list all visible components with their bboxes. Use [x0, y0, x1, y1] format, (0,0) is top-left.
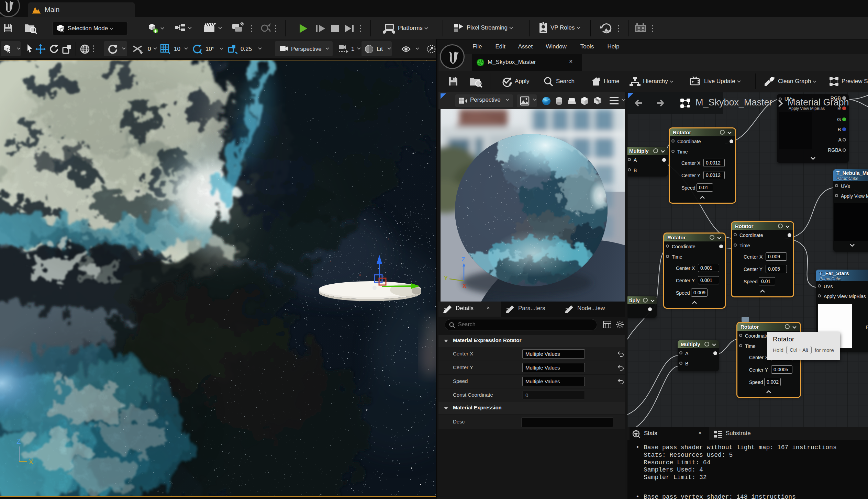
svg-text:Z: Z: [462, 257, 465, 262]
svg-text:X: X: [463, 283, 466, 289]
svg-text:Z: Z: [16, 438, 21, 445]
svg-text:Y: Y: [444, 275, 448, 281]
svg-text:X: X: [29, 458, 33, 466]
